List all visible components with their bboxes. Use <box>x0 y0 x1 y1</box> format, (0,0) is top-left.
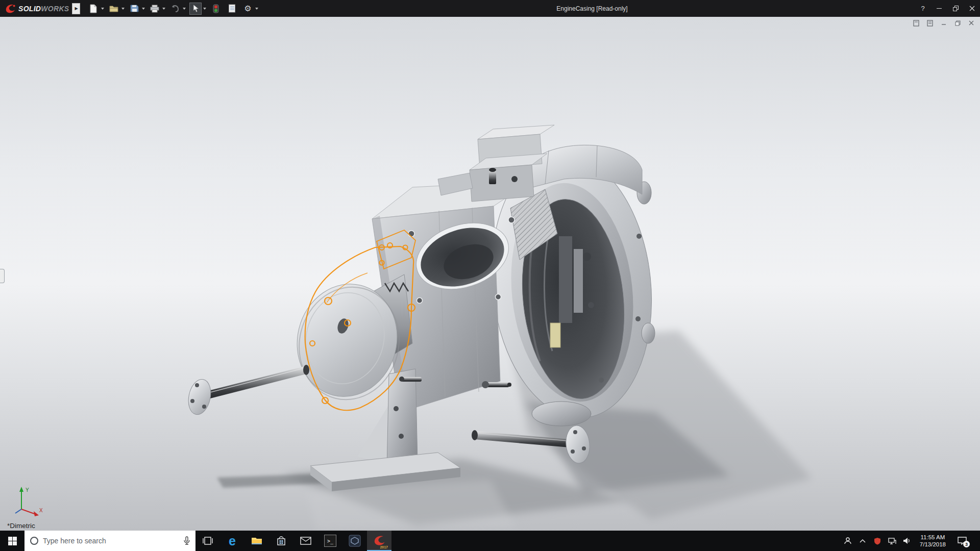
people-button[interactable] <box>843 531 853 551</box>
view-orientation-label: *Dimetric <box>7 522 35 530</box>
hidden-icons-button[interactable] <box>857 531 868 551</box>
start-button[interactable] <box>0 531 24 551</box>
doc-close-button[interactable] <box>967 19 976 27</box>
menu-expand-button[interactable]: ▶ <box>72 3 80 14</box>
doc-restore-button[interactable] <box>953 19 962 27</box>
y-axis-arrow <box>19 487 23 492</box>
help-icon: ? <box>921 5 924 12</box>
x-axis-arrow <box>34 511 39 516</box>
undo-dropdown-arrow[interactable] <box>183 8 186 10</box>
select-cursor-icon <box>192 4 199 13</box>
task-view-icon <box>203 536 213 545</box>
open-dropdown-arrow[interactable] <box>121 8 125 10</box>
command-prompt-icon: >_ <box>324 535 336 547</box>
antivirus-tray-button[interactable] <box>872 531 883 551</box>
brand-solid-text: SOLID <box>18 5 41 13</box>
options-button[interactable]: ⚙ <box>241 3 254 15</box>
document-page-icon <box>913 20 919 27</box>
shield-icon <box>874 537 881 545</box>
document-window-controls <box>912 19 976 27</box>
featuremanager-collapsed-tab[interactable] <box>0 269 5 283</box>
close-icon <box>969 20 974 26</box>
windows-logo-icon <box>8 537 17 545</box>
new-dropdown-arrow[interactable] <box>101 8 104 10</box>
z-axis-line <box>15 509 21 513</box>
minimize-icon <box>937 8 942 9</box>
undo-button[interactable] <box>169 3 181 15</box>
save-dropdown-arrow[interactable] <box>142 8 145 10</box>
network-tray-button[interactable] <box>887 531 897 551</box>
windows-taskbar: e >_ 2017 <box>0 531 980 551</box>
task-view-button[interactable] <box>195 531 220 551</box>
rebuild-button[interactable] <box>210 3 222 15</box>
select-tool-button[interactable] <box>189 3 202 15</box>
command-prompt-button[interactable]: >_ <box>318 531 342 551</box>
print-dropdown-arrow[interactable] <box>162 8 165 10</box>
volume-tray-button[interactable] <box>902 531 912 551</box>
help-button[interactable]: ? <box>915 0 931 17</box>
gear-icon: ⚙ <box>244 5 251 13</box>
orientation-triad: Y X <box>8 486 45 517</box>
x-axis-label: X <box>39 508 43 513</box>
options-dropdown-arrow[interactable] <box>255 8 258 10</box>
notification-badge: 3 <box>963 541 970 547</box>
rebuild-trafficlight-icon <box>213 4 219 13</box>
store-button[interactable] <box>269 531 293 551</box>
minimize-button[interactable] <box>931 0 947 17</box>
restore-button[interactable] <box>947 0 964 17</box>
clock-date: 7/13/2018 <box>920 541 946 548</box>
restore-icon <box>953 6 959 11</box>
document-title: EngineCasing [Read-only] <box>276 5 909 12</box>
select-dropdown-arrow[interactable] <box>203 8 206 10</box>
dark-app-button[interactable] <box>342 531 367 551</box>
new-document-icon <box>89 4 97 13</box>
undo-arrow-icon <box>170 5 180 12</box>
restore-icon <box>955 20 961 26</box>
print-button[interactable] <box>149 3 161 15</box>
dassault-logo-icon <box>4 3 16 14</box>
printer-icon <box>150 5 159 13</box>
new-document-button[interactable] <box>87 3 100 15</box>
graphics-area[interactable]: Y X *Dimetric <box>0 17 980 531</box>
window-controls: ? <box>915 0 980 17</box>
file-explorer-button[interactable] <box>244 531 269 551</box>
open-document-button[interactable] <box>108 3 120 15</box>
action-center-button[interactable]: 3 <box>953 531 971 551</box>
solidworks-brand: SOLIDWORKS <box>0 3 72 14</box>
mail-envelope-icon <box>300 537 311 545</box>
file-properties-icon <box>228 4 236 13</box>
solidworks-year-label: 2017 <box>380 545 388 549</box>
document-page-icon <box>927 20 933 27</box>
save-floppy-icon <box>130 4 139 13</box>
store-bag-icon <box>276 536 286 546</box>
doc-window-button-2[interactable] <box>925 19 935 27</box>
speaker-icon <box>903 537 911 544</box>
open-folder-icon <box>109 5 118 13</box>
search-input[interactable] <box>43 537 179 545</box>
brand-works-text: WORKS <box>41 5 69 13</box>
file-properties-button[interactable] <box>226 3 238 15</box>
close-button[interactable] <box>964 0 980 17</box>
left-axle-rod <box>185 365 309 417</box>
edge-button[interactable]: e <box>220 531 244 551</box>
microphone-icon[interactable] <box>183 536 190 545</box>
doc-window-button-1[interactable] <box>912 19 921 27</box>
doc-minimize-button[interactable] <box>939 19 948 27</box>
cortana-icon <box>30 536 39 545</box>
menu-expand-icon: ▶ <box>75 6 78 11</box>
titlebar: SOLIDWORKS ▶ <box>0 0 980 17</box>
taskbar-clock[interactable]: 11:55 AM 7/13/2018 <box>917 534 949 548</box>
edge-icon: e <box>229 535 236 547</box>
close-icon <box>969 6 975 11</box>
cube-app-icon <box>349 535 361 547</box>
person-icon <box>844 537 852 545</box>
chevron-up-icon <box>860 539 866 543</box>
solidworks-app-button[interactable]: 2017 <box>367 531 391 551</box>
mail-button[interactable] <box>293 531 318 551</box>
taskbar-search[interactable] <box>24 531 195 551</box>
file-explorer-icon <box>251 536 262 545</box>
y-axis-label: Y <box>26 487 29 493</box>
engine-casing-model[interactable] <box>0 17 980 531</box>
clock-time: 11:55 AM <box>920 534 946 541</box>
save-button[interactable] <box>128 3 140 15</box>
